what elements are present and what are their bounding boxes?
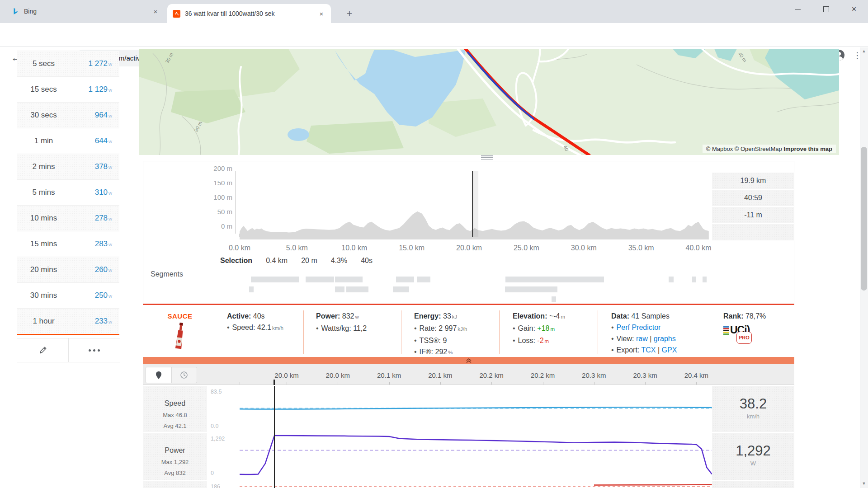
power-curve-actions: [17, 338, 120, 362]
power-unit: w: [108, 113, 112, 118]
duration-label: 5 secs: [17, 59, 71, 68]
segment-bar[interactable]: [552, 296, 556, 302]
map-canvas: [139, 49, 839, 155]
rate-label: Rate:: [420, 324, 437, 332]
heartrate-chart[interactable]: [207, 481, 712, 488]
duration-label: 20 mins: [17, 265, 71, 274]
power-curve-row[interactable]: 10 mins278w: [17, 205, 119, 231]
maximize-button[interactable]: [812, 0, 840, 18]
tab-strava-active[interactable]: 36 watt kvar till 1000watt/30 sek ×: [167, 4, 331, 23]
elevation-profile-chart[interactable]: [235, 168, 712, 239]
power-unit: w: [108, 242, 112, 247]
power-value: 283w: [71, 239, 119, 249]
segment-bar[interactable]: [249, 286, 254, 292]
duration-label: 30 mins: [17, 291, 71, 300]
new-tab-button[interactable]: +: [343, 7, 356, 20]
segment-bar[interactable]: [417, 277, 430, 282]
power-curve-row[interactable]: 2 mins378w: [17, 154, 119, 179]
segment-bar[interactable]: [396, 277, 414, 282]
axis-tick: [696, 382, 697, 385]
analysis-x-tick: 20.1 km: [428, 371, 452, 379]
power-max: Max 1,292: [143, 459, 207, 465]
tab-title: Bing: [24, 8, 147, 15]
window-controls: ×: [784, 0, 868, 18]
improve-map-link[interactable]: Improve this map: [783, 145, 832, 152]
rank-value: 78,7%: [745, 312, 766, 320]
export-tcx-link[interactable]: TCX: [641, 346, 656, 354]
power-curve-row[interactable]: 20 mins260w: [17, 257, 119, 282]
if-value: 292: [435, 348, 448, 356]
speed-row-label: Speed Max 46.8 Avg 42.1: [143, 386, 207, 432]
segment-bar[interactable]: [306, 277, 334, 282]
gain-label: Gain:: [518, 324, 535, 332]
edit-pencil-button[interactable]: [17, 338, 68, 362]
map-resize-handle[interactable]: [481, 155, 493, 160]
time-mode-button[interactable]: [172, 367, 197, 383]
segment-bar[interactable]: [393, 286, 409, 292]
tab-bing[interactable]: Bing ×: [7, 0, 165, 23]
elevation-y-tick: 50 m: [199, 208, 232, 216]
power-avg: Avg 832: [143, 469, 207, 476]
power-unit: w: [108, 164, 112, 170]
tab-title: 36 watt kvar till 1000watt/30 sek: [185, 10, 313, 17]
power-curve-row[interactable]: 5 mins310w: [17, 179, 119, 205]
power-unit: w: [108, 319, 112, 324]
power-curve-row[interactable]: 15 secs1 129w: [17, 76, 119, 102]
view-graphs-link[interactable]: graphs: [654, 335, 676, 343]
segment-bar[interactable]: [669, 277, 674, 282]
segment-bar[interactable]: [703, 277, 707, 282]
power-value: 1 272w: [71, 59, 119, 68]
power-chart[interactable]: [207, 433, 712, 480]
power-curve-row[interactable]: 1 hour233w: [17, 308, 119, 334]
tab-close-icon[interactable]: ×: [151, 7, 160, 15]
selection-summary: Selection 0.4 km 20 m 4.3% 40s: [220, 257, 373, 265]
rate-value: 2 997: [439, 324, 457, 332]
power-curve-row[interactable]: 30 mins250w: [17, 282, 119, 308]
power-ymin-label: 0: [211, 470, 214, 476]
close-window-button[interactable]: ×: [840, 0, 868, 18]
sauce-active-column: Active: 40s Speed: 42.1km/h: [227, 310, 283, 334]
more-options-button[interactable]: [68, 338, 120, 362]
minimize-button[interactable]: [784, 0, 812, 18]
sauce-data-column: Data: 41 Samples Perf Predictor View: ra…: [611, 310, 677, 356]
power-value: 832: [342, 312, 354, 320]
distance-mode-button[interactable]: [146, 367, 172, 383]
segment-bar[interactable]: [505, 277, 604, 282]
sauce-logo: SAUCE: [153, 310, 207, 354]
selection-label: Selection: [220, 257, 252, 265]
power-unit: w: [108, 139, 112, 144]
analysis-x-tick: 20.3 km: [633, 371, 657, 379]
segment-bar[interactable]: [346, 286, 368, 292]
sauce-energy-column: Energy: 33kJ Rate: 2 997kJ/h TSS®: 9 IF®…: [414, 310, 467, 358]
selection-time: 40s: [361, 257, 373, 265]
scrollbar-thumb[interactable]: [861, 147, 867, 291]
power-value: 250w: [71, 291, 119, 300]
segment-bar[interactable]: [335, 277, 363, 282]
selection-stat: [712, 224, 794, 240]
hr-row-label: [143, 481, 207, 488]
segment-bar[interactable]: [251, 277, 299, 282]
speed-chart[interactable]: [207, 386, 712, 432]
speed-ymax-label: 83.5: [211, 389, 222, 395]
tab-close-icon[interactable]: ×: [317, 9, 326, 18]
power-curve-row[interactable]: 30 secs964w: [17, 102, 119, 128]
segment-bar[interactable]: [505, 286, 557, 292]
sauce-power-column: Power: 832w Watts/kg: 11,2: [316, 310, 367, 334]
segment-bar[interactable]: [335, 286, 344, 292]
export-gpx-link[interactable]: GPX: [662, 346, 677, 354]
power-curve-row[interactable]: 15 mins283w: [17, 231, 119, 257]
sauce-collapse-bar[interactable]: [143, 357, 794, 364]
elevation-x-tick: 10.0 km: [341, 244, 367, 252]
scroll-down-arrow[interactable]: ▼: [860, 480, 868, 487]
segment-bar[interactable]: [692, 277, 696, 282]
power-curve-row[interactable]: 1 min644w: [17, 128, 119, 154]
scroll-up-arrow[interactable]: ▲: [860, 47, 868, 55]
perf-predictor-link[interactable]: Perf Predictor: [617, 324, 661, 331]
power-curve-row[interactable]: 5 secs1 272w: [17, 51, 119, 76]
loss-label: Loss:: [518, 337, 535, 344]
speed-cursor-value: 38.2: [712, 396, 794, 412]
view-raw-link[interactable]: raw: [636, 335, 648, 343]
power-unit: w: [108, 190, 112, 196]
route-map[interactable]: 30 m30 m40 m40 © Mapbox © OpenStreetMap …: [139, 49, 839, 155]
power-label: Power:: [316, 312, 340, 320]
